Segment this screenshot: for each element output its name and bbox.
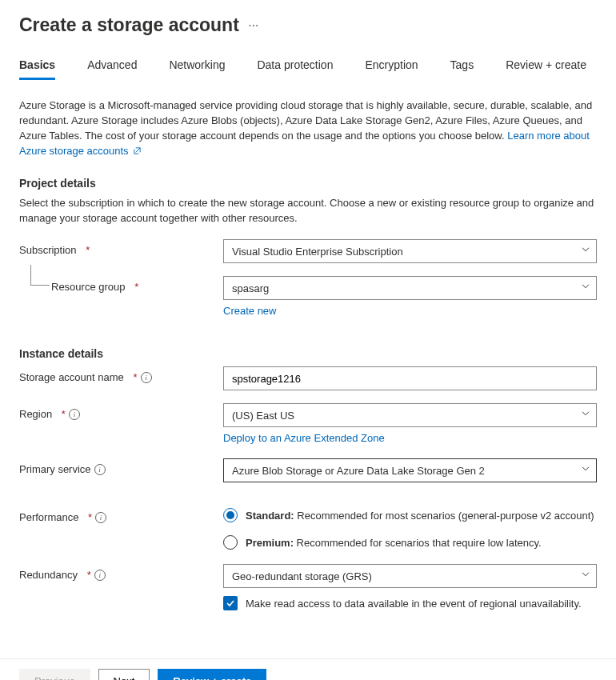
primary-service-label: Primary service i xyxy=(19,458,223,475)
check-icon xyxy=(226,598,235,608)
tab-networking[interactable]: Networking xyxy=(169,58,225,79)
tab-encryption[interactable]: Encryption xyxy=(365,58,418,79)
tab-advanced[interactable]: Advanced xyxy=(87,58,137,79)
performance-premium-radio[interactable] xyxy=(223,535,238,550)
info-icon[interactable]: i xyxy=(141,372,152,383)
resource-group-label: Resource group * xyxy=(19,276,223,293)
region-label: Region * i xyxy=(19,403,223,420)
review-create-button[interactable]: Review + create xyxy=(158,669,266,680)
redundancy-label: Redundancy * i xyxy=(19,564,223,581)
storage-account-name-label: Storage account name * i xyxy=(19,366,223,383)
tab-review-create[interactable]: Review + create xyxy=(506,58,586,79)
footer-bar: Previous Next Review + create xyxy=(0,658,616,680)
subscription-label: Subscription * xyxy=(19,239,223,256)
tab-bar: Basics Advanced Networking Data protecti… xyxy=(19,58,597,79)
external-link-icon xyxy=(133,145,142,160)
info-icon[interactable]: i xyxy=(94,464,106,475)
create-new-link[interactable]: Create new xyxy=(223,305,276,317)
instance-details-heading: Instance details xyxy=(19,347,597,360)
region-select[interactable]: (US) East US xyxy=(223,403,597,427)
resource-group-select[interactable]: spasarg xyxy=(223,276,597,300)
performance-label: Performance * i xyxy=(19,506,223,523)
info-icon[interactable]: i xyxy=(94,570,106,581)
read-access-checkbox[interactable] xyxy=(223,596,238,610)
info-icon[interactable]: i xyxy=(95,512,106,523)
performance-standard-label: Standard: Recommended for most scenarios… xyxy=(246,510,594,522)
page-title: Create a storage account xyxy=(19,14,239,36)
read-access-label: Make read access to data available in th… xyxy=(246,598,582,610)
subscription-select[interactable]: Visual Studio Enterprise Subscription xyxy=(223,239,597,263)
project-details-desc: Select the subscription in which to crea… xyxy=(19,196,597,226)
performance-standard-radio[interactable] xyxy=(223,508,238,522)
previous-button: Previous xyxy=(19,669,90,680)
info-icon[interactable]: i xyxy=(69,409,80,420)
tab-basics[interactable]: Basics xyxy=(19,58,55,79)
primary-service-select[interactable]: Azure Blob Storage or Azure Data Lake St… xyxy=(223,458,597,482)
tab-tags[interactable]: Tags xyxy=(450,58,474,79)
tab-data-protection[interactable]: Data protection xyxy=(257,58,333,79)
storage-account-name-input[interactable] xyxy=(223,366,597,390)
tree-line-icon xyxy=(30,265,50,286)
performance-premium-label: Premium: Recommended for scenarios that … xyxy=(246,537,542,549)
deploy-extended-zone-link[interactable]: Deploy to an Azure Extended Zone xyxy=(223,432,385,444)
project-details-heading: Project details xyxy=(19,177,597,190)
redundancy-select[interactable]: Geo-redundant storage (GRS) xyxy=(223,564,597,588)
intro-body: Azure Storage is a Microsoft-managed ser… xyxy=(19,99,592,142)
next-button[interactable]: Next xyxy=(98,669,150,680)
intro-text: Azure Storage is a Microsoft-managed ser… xyxy=(19,98,597,159)
more-icon[interactable]: ··· xyxy=(249,20,259,31)
